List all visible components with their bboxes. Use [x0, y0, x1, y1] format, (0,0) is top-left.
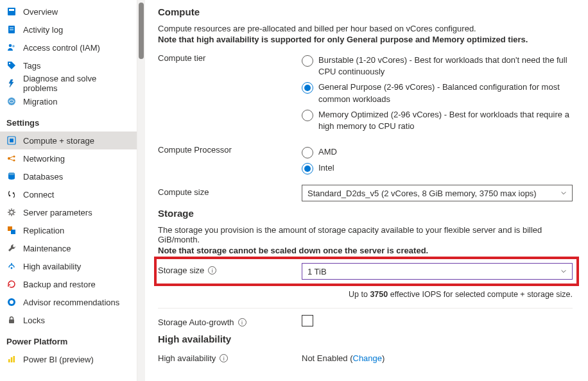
radio-icon: [302, 82, 313, 94]
sidebar-item-compute-storage[interactable]: Compute + storage: [0, 131, 137, 149]
nav-item-label: Activity log: [23, 25, 63, 35]
sidebar-item-activity-log[interactable]: Activity log: [0, 21, 137, 38]
compute-processor-option-label: AMD: [318, 146, 573, 158]
radio-icon: [302, 147, 313, 158]
svg-point-15: [8, 173, 15, 175]
ha-value: Not Enabled (Change): [302, 353, 385, 363]
nav-item-label: Overview: [23, 7, 58, 17]
compute-processor-option-label: Intel: [318, 162, 573, 174]
main-content: Compute Compute resources are pre-alloca…: [145, 0, 588, 381]
compute-processor-option-0[interactable]: AMD: [302, 146, 573, 158]
compute-processor-option-1[interactable]: Intel: [302, 162, 573, 174]
sidebar-item-tags[interactable]: Tags: [0, 56, 137, 74]
storage-size-value: 1 TiB: [307, 267, 327, 276]
compute-tier-label: Compute tier: [158, 51, 302, 63]
activity-icon: [6, 24, 17, 35]
svg-point-16: [9, 195, 11, 197]
nav-item-label: Connect: [23, 190, 54, 199]
compute-size-select[interactable]: Standard_D2ds_v5 (2 vCores, 8 GiB memory…: [302, 185, 573, 201]
radio-icon: [302, 163, 313, 174]
svg-point-8: [8, 97, 15, 105]
chevron-down-icon: [560, 190, 567, 196]
compute-tier-option-label: Memory Optimized (2-96 vCores) - Best fo…: [318, 109, 573, 132]
svg-rect-24: [9, 319, 14, 323]
nav-item-label: Access control (IAM): [23, 43, 100, 53]
sidebar-item-high-availability[interactable]: High availability: [0, 257, 137, 275]
svg-rect-0: [8, 8, 15, 15]
sidebar-item-connect[interactable]: Connect: [0, 185, 137, 203]
content-scrollbar-track[interactable]: [137, 0, 145, 381]
ha-label: High availability: [158, 353, 216, 363]
sidebar-item-access-control-iam-[interactable]: Access control (IAM): [0, 38, 137, 56]
nav-item-label: Compute + storage: [23, 136, 94, 146]
svg-rect-1: [9, 9, 14, 11]
storage-desc-1: The storage you provision is the amount …: [158, 225, 573, 244]
sidebar-item-replication[interactable]: Replication: [0, 221, 137, 239]
params-icon: [6, 207, 17, 217]
overview-icon: [6, 6, 17, 17]
sidebar-item-overview[interactable]: Overview: [0, 3, 137, 21]
sidebar-item-advisor-recommendations[interactable]: Advisor recommendations: [0, 293, 137, 311]
radio-icon: [302, 110, 313, 121]
svg-point-13: [13, 159, 15, 161]
storage-size-select[interactable]: 1 TiB: [302, 263, 573, 280]
compute-size-label: Compute size: [158, 185, 302, 197]
nav-item-label: Tags: [23, 61, 40, 71]
storage-autogrowth-checkbox[interactable]: [302, 315, 313, 326]
storage-autogrowth-label: Storage Auto-growth: [158, 318, 234, 327]
sidebar-section-settings: Settings: [0, 110, 137, 131]
sidebar: OverviewActivity logAccess control (IAM)…: [0, 0, 137, 381]
backup-icon: [6, 279, 17, 289]
compute-heading: Compute: [158, 6, 573, 17]
info-icon[interactable]: i: [220, 354, 228, 362]
sidebar-section-power: Power Platform: [0, 329, 137, 350]
content-scrollbar-thumb[interactable]: [139, 3, 144, 59]
networking-icon: [6, 153, 17, 164]
compute-tier-option-label: General Purpose (2-96 vCores) - Balanced…: [318, 81, 573, 105]
info-icon[interactable]: i: [238, 318, 246, 326]
svg-point-23: [10, 300, 13, 304]
nav-item-label: Networking: [23, 154, 65, 164]
databases-icon: [6, 171, 17, 182]
info-icon[interactable]: i: [208, 266, 216, 275]
svg-rect-10: [10, 139, 13, 142]
nav-item-label: Migration: [23, 97, 57, 106]
replication-icon: [6, 225, 17, 235]
sidebar-item-databases[interactable]: Databases: [0, 167, 137, 185]
compute-desc-2: Note that high availability is supported…: [158, 35, 573, 44]
sidebar-item-locks[interactable]: Locks: [0, 311, 137, 329]
svg-point-12: [13, 155, 15, 157]
nav-item-label: Databases: [23, 172, 63, 182]
ha-heading: High availability: [158, 334, 573, 344]
svg-point-21: [11, 267, 13, 269]
storage-heading: Storage: [158, 208, 573, 219]
compute-tier-option-0[interactable]: Burstable (1-20 vCores) - Best for workl…: [302, 55, 573, 78]
diagnose-icon: [6, 78, 17, 89]
storage-size-label: Storage size: [158, 266, 204, 275]
sidebar-item-migration[interactable]: Migration: [0, 92, 137, 110]
svg-rect-27: [13, 356, 15, 362]
sidebar-item-networking[interactable]: Networking: [0, 149, 137, 167]
svg-point-18: [10, 210, 13, 214]
nav-item-label: Maintenance: [23, 244, 71, 253]
sidebar-item-power-bi-preview-[interactable]: Power BI (preview): [0, 350, 137, 368]
sidebar-item-server-parameters[interactable]: Server parameters: [0, 203, 137, 221]
nav-item-label: Advisor recommendations: [23, 298, 119, 307]
ha-change-link[interactable]: Change: [353, 353, 383, 363]
nav-item-label: Diagnose and solve problems: [23, 74, 130, 93]
highlight-storage-size: Storage size i 1 TiB: [154, 257, 579, 286]
compute-tier-option-2[interactable]: Memory Optimized (2-96 vCores) - Best fo…: [302, 109, 573, 132]
nav-item-label: Server parameters: [23, 208, 92, 217]
tags-icon: [6, 60, 17, 71]
nav-item-label: Replication: [23, 226, 64, 235]
svg-point-7: [9, 63, 10, 64]
nav-item-label: High availability: [23, 262, 81, 271]
advisor-icon: [6, 297, 17, 307]
nav-item-label: Backup and restore: [23, 280, 96, 289]
sidebar-item-backup-and-restore[interactable]: Backup and restore: [0, 275, 137, 293]
nav-item-label: Power BI (preview): [23, 355, 94, 364]
sidebar-item-diagnose-and-solve-problems[interactable]: Diagnose and solve problems: [0, 74, 137, 92]
radio-icon: [302, 55, 313, 67]
sidebar-item-maintenance[interactable]: Maintenance: [0, 239, 137, 257]
compute-tier-option-1[interactable]: General Purpose (2-96 vCores) - Balanced…: [302, 81, 573, 105]
